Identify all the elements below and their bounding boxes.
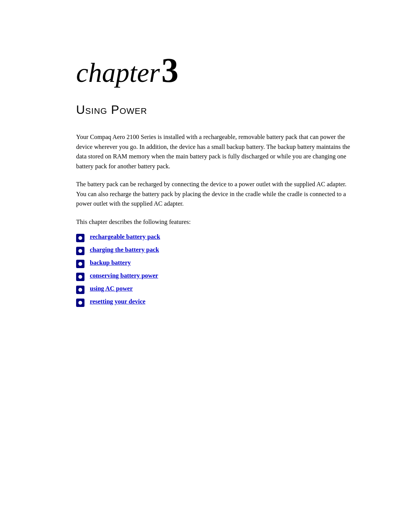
bullet-icon [76,247,84,255]
feature-link-3[interactable]: conserving battery power [90,272,158,280]
list-item: using AC power [76,285,350,294]
list-item: resetting your device [76,298,350,307]
chapter-number: 3 [161,51,178,89]
feature-list: rechargeable battery packcharging the ba… [76,233,350,307]
list-item: backup battery [76,259,350,268]
bullet-icon [76,260,84,268]
feature-link-1[interactable]: charging the battery pack [90,246,159,254]
chapter-heading: chapter3 [76,53,350,88]
feature-link-5[interactable]: resetting your device [90,298,145,305]
features-intro: This chapter describes the following fea… [76,217,350,227]
list-item: rechargeable battery pack [76,233,350,242]
list-item: conserving battery power [76,272,350,281]
page: chapter3 Using Power Your Compaq Aero 21… [0,0,411,532]
section-title-text: Using Power [76,103,147,117]
feature-link-0[interactable]: rechargeable battery pack [90,233,160,241]
chapter-word: chapter [76,58,160,88]
section-title: Using Power [76,103,350,117]
feature-link-2[interactable]: backup battery [90,259,131,267]
bullet-icon [76,273,84,281]
list-item: charging the battery pack [76,246,350,255]
feature-link-4[interactable]: using AC power [90,285,133,292]
bullet-icon [76,299,84,307]
paragraph-1: Your Compaq Aero 2100 Series is installe… [76,132,350,171]
bullet-icon [76,286,84,294]
paragraph-2: The battery pack can be recharged by con… [76,179,350,209]
bullet-icon [76,234,84,242]
